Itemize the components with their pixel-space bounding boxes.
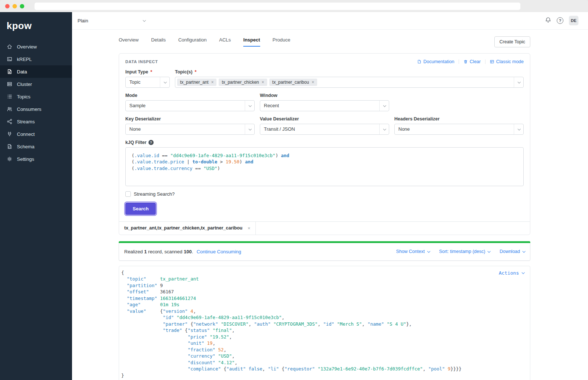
environment-select[interactable]: Plain <box>76 16 147 26</box>
mode-select[interactable]: Sample <box>125 100 255 111</box>
tab-details[interactable]: Details <box>151 37 166 47</box>
server-icon <box>7 81 12 87</box>
chevron-down-icon <box>379 124 389 134</box>
classic-mode-link[interactable]: Classic mode <box>490 59 524 64</box>
sidebar-item-krepl[interactable]: kREPL <box>0 53 72 65</box>
sidebar-item-streams[interactable]: Streams <box>0 115 72 128</box>
chevron-down-icon <box>245 101 254 111</box>
terminal-icon <box>7 56 12 62</box>
sidebar-item-connect[interactable]: Connect <box>0 128 72 140</box>
sidebar-nav: Overview kREPL Data Cluster Topics Consu… <box>0 40 72 165</box>
browser-chrome <box>0 0 588 12</box>
sidebar-item-topics[interactable]: Topics <box>0 90 72 103</box>
tab-inspect[interactable]: Inspect <box>243 37 260 47</box>
document-icon <box>417 59 422 64</box>
window-select[interactable]: Recent <box>260 100 389 111</box>
topic-chip[interactable]: tx_partner_ant × <box>177 79 216 86</box>
close-result-tab-icon[interactable]: × <box>248 225 251 231</box>
show-context-dropdown[interactable]: Show Context <box>396 249 430 254</box>
tab-overview[interactable]: Overview <box>119 37 139 47</box>
chevron-down-icon <box>143 19 146 22</box>
results-summary-bar: Realized 1 record, scanned 100. Continue… <box>119 243 530 261</box>
record-panel: Actions { "topic" tx_partner_ant "partit… <box>119 266 530 380</box>
create-topic-button[interactable]: Create Topic <box>494 36 530 47</box>
kjq-filter-input[interactable]: (.value.id == "dd4c9e69-1afe-4829-aa11-9… <box>125 147 524 186</box>
topbar: Plain ? DE <box>72 12 588 30</box>
topic-chip[interactable]: tx_partner_chicken × <box>219 79 267 86</box>
documentation-link[interactable]: Documentation <box>417 59 454 64</box>
topics-multiselect[interactable]: tx_partner_ant × tx_partner_chicken × <box>175 77 524 88</box>
continue-consuming-link[interactable]: Continue Consuming <box>197 249 241 254</box>
streaming-search-checkbox[interactable] <box>125 191 131 197</box>
divider <box>459 59 459 64</box>
minimize-window-button[interactable] <box>12 4 17 8</box>
list-icon <box>7 94 12 99</box>
browser-url-bar[interactable] <box>35 3 520 10</box>
kjq-filter-label: kJQ Filter ? <box>125 140 524 145</box>
plug-icon <box>7 131 12 137</box>
chevron-down-icon <box>245 124 254 134</box>
user-avatar[interactable]: DE <box>569 16 578 25</box>
download-dropdown[interactable]: Download <box>499 249 525 254</box>
remove-topic-icon[interactable]: × <box>211 80 214 84</box>
topic-tabs: Overview Details Configuration ACLs Insp… <box>119 37 290 47</box>
sidebar-item-settings[interactable]: Settings <box>0 153 72 165</box>
remove-topic-icon[interactable]: × <box>312 80 314 84</box>
info-icon[interactable]: ? <box>148 140 154 145</box>
schema-doc-icon <box>7 144 12 149</box>
sidebar-item-schema[interactable]: Schema <box>0 140 72 153</box>
close-window-button[interactable] <box>5 4 10 8</box>
sort-dropdown[interactable]: Sort: timestamp (desc) <box>439 249 490 254</box>
kpow-logo: kpow <box>0 12 72 40</box>
chevron-down-icon <box>514 124 523 134</box>
input-type-label: Input Type* <box>125 69 170 75</box>
divider <box>485 59 485 64</box>
sidebar-item-data[interactable]: Data <box>0 65 72 78</box>
trash-icon <box>463 59 468 64</box>
topic-chip[interactable]: tx_partner_caribou × <box>269 79 317 86</box>
tab-produce[interactable]: Produce <box>273 37 290 47</box>
headers-deserializer-select[interactable]: None <box>394 124 524 135</box>
input-type-select[interactable]: Topic <box>125 77 170 88</box>
panel-title: DATA INSPECT <box>125 59 158 64</box>
actions-menu[interactable]: Actions <box>499 270 524 276</box>
chevron-down-icon <box>379 101 389 111</box>
key-deserializer-label: Key Deserializer <box>125 116 255 122</box>
sidebar: kpow Overview kREPL Data Cluster Topics <box>0 12 72 380</box>
search-button[interactable]: Search <box>125 203 156 215</box>
result-tab-strip: tx_partner_ant,tx_partner_chicken,tx_par… <box>119 221 530 235</box>
tab-configuration[interactable]: Configuration <box>178 37 207 47</box>
remove-topic-icon[interactable]: × <box>262 80 264 84</box>
window-controls <box>5 4 24 8</box>
result-tab[interactable]: tx_partner_ant,tx_partner_chicken,tx_par… <box>119 222 256 235</box>
sidebar-item-consumers[interactable]: Consumers <box>0 103 72 115</box>
mode-label: Mode <box>125 93 255 98</box>
tab-acls[interactable]: ACLs <box>219 37 231 47</box>
share-nodes-icon <box>7 119 12 124</box>
sidebar-item-cluster[interactable]: Cluster <box>0 78 72 90</box>
chevron-down-icon <box>427 250 430 253</box>
headers-deserializer-label: Headers Deserializer <box>394 116 524 122</box>
window-label: Window <box>260 93 389 98</box>
topics-label: Topic(s)* <box>175 69 524 75</box>
record-json[interactable]: { "topic" tx_partner_ant "partition" 9 "… <box>121 269 525 379</box>
value-deserializer-select[interactable]: Transit / JSON <box>260 124 389 135</box>
gear-icon <box>7 156 12 162</box>
help-icon[interactable]: ? <box>557 17 563 24</box>
notifications-bell-icon[interactable] <box>545 17 551 25</box>
sidebar-item-overview[interactable]: Overview <box>0 40 72 53</box>
chevron-down-icon <box>160 77 169 87</box>
streaming-search-label: Streaming Search? <box>134 191 175 197</box>
clear-link[interactable]: Clear <box>463 59 481 64</box>
maximize-window-button[interactable] <box>20 4 24 8</box>
document-icon <box>7 69 12 75</box>
layout-icon <box>490 59 494 64</box>
results-summary-text: Realized 1 record, scanned 100. Continue… <box>124 249 241 254</box>
scan-progress-bar <box>119 241 530 243</box>
chevron-down-icon <box>488 250 491 253</box>
home-icon <box>7 44 12 50</box>
chevron-down-icon <box>514 77 523 87</box>
data-inspect-panel: DATA INSPECT Documentation Clear <box>119 53 530 235</box>
key-deserializer-select[interactable]: None <box>125 124 255 135</box>
users-icon <box>7 106 12 112</box>
